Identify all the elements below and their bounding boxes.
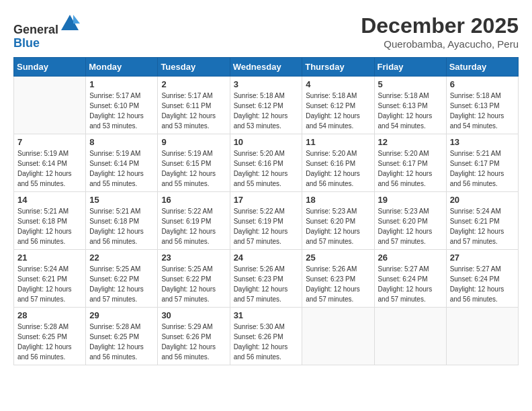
logo-blue: Blue	[13, 36, 40, 50]
calendar-cell: 4Sunrise: 5:18 AM Sunset: 6:12 PM Daylig…	[302, 76, 374, 134]
day-info: Sunrise: 5:28 AM Sunset: 6:25 PM Dayligh…	[89, 322, 154, 362]
day-number: 25	[306, 253, 370, 263]
day-number: 22	[89, 253, 154, 263]
day-number: 8	[89, 137, 154, 147]
day-number: 19	[378, 195, 443, 205]
week-row-2: 7Sunrise: 5:19 AM Sunset: 6:14 PM Daylig…	[14, 134, 519, 191]
calendar-cell: 24Sunrise: 5:26 AM Sunset: 6:23 PM Dayli…	[230, 249, 302, 307]
calendar-cell: 13Sunrise: 5:21 AM Sunset: 6:17 PM Dayli…	[446, 134, 518, 191]
calendar-cell: 31Sunrise: 5:30 AM Sunset: 6:26 PM Dayli…	[230, 307, 302, 365]
page-header: General Blue December 2025 Querobamba, A…	[13, 13, 519, 50]
calendar-table: SundayMondayTuesdayWednesdayThursdayFrid…	[13, 57, 519, 365]
calendar-cell: 2Sunrise: 5:17 AM Sunset: 6:11 PM Daylig…	[158, 76, 230, 134]
calendar-cell	[374, 307, 446, 365]
column-header-saturday: Saturday	[446, 57, 518, 76]
day-number: 3	[234, 79, 299, 89]
week-row-3: 14Sunrise: 5:21 AM Sunset: 6:18 PM Dayli…	[14, 191, 519, 249]
week-row-5: 28Sunrise: 5:28 AM Sunset: 6:25 PM Dayli…	[14, 307, 519, 365]
calendar-cell: 21Sunrise: 5:24 AM Sunset: 6:21 PM Dayli…	[14, 249, 86, 307]
calendar-cell: 3Sunrise: 5:18 AM Sunset: 6:12 PM Daylig…	[230, 76, 302, 134]
calendar-cell: 27Sunrise: 5:27 AM Sunset: 6:24 PM Dayli…	[446, 249, 518, 307]
day-number: 15	[89, 195, 154, 205]
day-info: Sunrise: 5:30 AM Sunset: 6:26 PM Dayligh…	[234, 322, 299, 362]
day-number: 31	[234, 310, 299, 320]
calendar-header-row: SundayMondayTuesdayWednesdayThursdayFrid…	[14, 57, 519, 76]
day-number: 18	[306, 195, 370, 205]
title-area: December 2025 Querobamba, Ayacucho, Peru	[361, 13, 519, 50]
day-info: Sunrise: 5:23 AM Sunset: 6:20 PM Dayligh…	[306, 206, 370, 246]
location-title: Querobamba, Ayacucho, Peru	[361, 38, 519, 50]
calendar-cell: 7Sunrise: 5:19 AM Sunset: 6:14 PM Daylig…	[14, 134, 86, 191]
column-header-monday: Monday	[86, 57, 158, 76]
logo-general: General	[13, 23, 58, 36]
day-number: 14	[17, 195, 82, 205]
day-info: Sunrise: 5:17 AM Sunset: 6:11 PM Dayligh…	[161, 91, 226, 131]
calendar-cell: 11Sunrise: 5:20 AM Sunset: 6:16 PM Dayli…	[302, 134, 374, 191]
day-info: Sunrise: 5:20 AM Sunset: 6:17 PM Dayligh…	[378, 148, 443, 189]
day-number: 30	[161, 310, 226, 320]
day-number: 20	[450, 195, 515, 205]
day-info: Sunrise: 5:27 AM Sunset: 6:24 PM Dayligh…	[378, 264, 443, 304]
day-number: 6	[450, 79, 515, 89]
day-info: Sunrise: 5:26 AM Sunset: 6:23 PM Dayligh…	[234, 264, 299, 304]
calendar-cell: 6Sunrise: 5:18 AM Sunset: 6:13 PM Daylig…	[446, 76, 518, 134]
calendar-cell: 12Sunrise: 5:20 AM Sunset: 6:17 PM Dayli…	[374, 134, 446, 191]
day-info: Sunrise: 5:19 AM Sunset: 6:14 PM Dayligh…	[89, 148, 154, 189]
calendar-cell: 17Sunrise: 5:22 AM Sunset: 6:19 PM Dayli…	[230, 191, 302, 249]
day-number: 10	[234, 137, 299, 147]
logo-icon	[60, 13, 80, 34]
calendar-cell: 30Sunrise: 5:29 AM Sunset: 6:26 PM Dayli…	[158, 307, 230, 365]
calendar-cell: 26Sunrise: 5:27 AM Sunset: 6:24 PM Dayli…	[374, 249, 446, 307]
day-number: 29	[89, 310, 154, 320]
day-info: Sunrise: 5:21 AM Sunset: 6:18 PM Dayligh…	[17, 206, 82, 246]
day-number: 23	[161, 253, 226, 263]
day-info: Sunrise: 5:18 AM Sunset: 6:13 PM Dayligh…	[378, 91, 443, 131]
calendar-cell	[14, 76, 86, 134]
day-info: Sunrise: 5:18 AM Sunset: 6:13 PM Dayligh…	[450, 91, 515, 131]
day-number: 12	[378, 137, 443, 147]
day-info: Sunrise: 5:19 AM Sunset: 6:15 PM Dayligh…	[161, 148, 226, 189]
day-info: Sunrise: 5:24 AM Sunset: 6:21 PM Dayligh…	[450, 206, 515, 246]
day-info: Sunrise: 5:21 AM Sunset: 6:17 PM Dayligh…	[450, 148, 515, 189]
day-info: Sunrise: 5:19 AM Sunset: 6:14 PM Dayligh…	[17, 148, 82, 189]
month-title: December 2025	[361, 13, 519, 38]
calendar-cell: 9Sunrise: 5:19 AM Sunset: 6:15 PM Daylig…	[158, 134, 230, 191]
calendar-cell	[302, 307, 374, 365]
calendar-cell: 14Sunrise: 5:21 AM Sunset: 6:18 PM Dayli…	[14, 191, 86, 249]
day-number: 11	[306, 137, 370, 147]
day-number: 13	[450, 137, 515, 147]
day-info: Sunrise: 5:20 AM Sunset: 6:16 PM Dayligh…	[306, 148, 370, 189]
day-number: 9	[161, 137, 226, 147]
day-info: Sunrise: 5:24 AM Sunset: 6:21 PM Dayligh…	[17, 264, 82, 304]
calendar-cell: 20Sunrise: 5:24 AM Sunset: 6:21 PM Dayli…	[446, 191, 518, 249]
day-info: Sunrise: 5:17 AM Sunset: 6:10 PM Dayligh…	[89, 91, 154, 131]
calendar-cell: 22Sunrise: 5:25 AM Sunset: 6:22 PM Dayli…	[86, 249, 158, 307]
day-number: 28	[17, 310, 82, 320]
calendar-cell: 1Sunrise: 5:17 AM Sunset: 6:10 PM Daylig…	[86, 76, 158, 134]
calendar-cell: 18Sunrise: 5:23 AM Sunset: 6:20 PM Dayli…	[302, 191, 374, 249]
week-row-1: 1Sunrise: 5:17 AM Sunset: 6:10 PM Daylig…	[14, 76, 519, 134]
calendar-cell: 23Sunrise: 5:25 AM Sunset: 6:22 PM Dayli…	[158, 249, 230, 307]
calendar-cell: 5Sunrise: 5:18 AM Sunset: 6:13 PM Daylig…	[374, 76, 446, 134]
day-number: 17	[234, 195, 299, 205]
column-header-tuesday: Tuesday	[158, 57, 230, 76]
day-info: Sunrise: 5:18 AM Sunset: 6:12 PM Dayligh…	[306, 91, 370, 131]
column-header-sunday: Sunday	[14, 57, 86, 76]
day-info: Sunrise: 5:25 AM Sunset: 6:22 PM Dayligh…	[161, 264, 226, 304]
calendar-cell	[446, 307, 518, 365]
day-number: 21	[17, 253, 82, 263]
logo: General Blue	[13, 13, 80, 50]
day-info: Sunrise: 5:22 AM Sunset: 6:19 PM Dayligh…	[161, 206, 226, 246]
calendar-cell: 16Sunrise: 5:22 AM Sunset: 6:19 PM Dayli…	[158, 191, 230, 249]
day-info: Sunrise: 5:22 AM Sunset: 6:19 PM Dayligh…	[234, 206, 299, 246]
day-info: Sunrise: 5:20 AM Sunset: 6:16 PM Dayligh…	[234, 148, 299, 189]
day-info: Sunrise: 5:29 AM Sunset: 6:26 PM Dayligh…	[161, 322, 226, 362]
day-number: 2	[161, 79, 226, 89]
calendar-cell: 25Sunrise: 5:26 AM Sunset: 6:23 PM Dayli…	[302, 249, 374, 307]
day-number: 16	[161, 195, 226, 205]
day-info: Sunrise: 5:23 AM Sunset: 6:20 PM Dayligh…	[378, 206, 443, 246]
week-row-4: 21Sunrise: 5:24 AM Sunset: 6:21 PM Dayli…	[14, 249, 519, 307]
day-info: Sunrise: 5:18 AM Sunset: 6:12 PM Dayligh…	[234, 91, 299, 131]
calendar-cell: 8Sunrise: 5:19 AM Sunset: 6:14 PM Daylig…	[86, 134, 158, 191]
day-info: Sunrise: 5:26 AM Sunset: 6:23 PM Dayligh…	[306, 264, 370, 304]
